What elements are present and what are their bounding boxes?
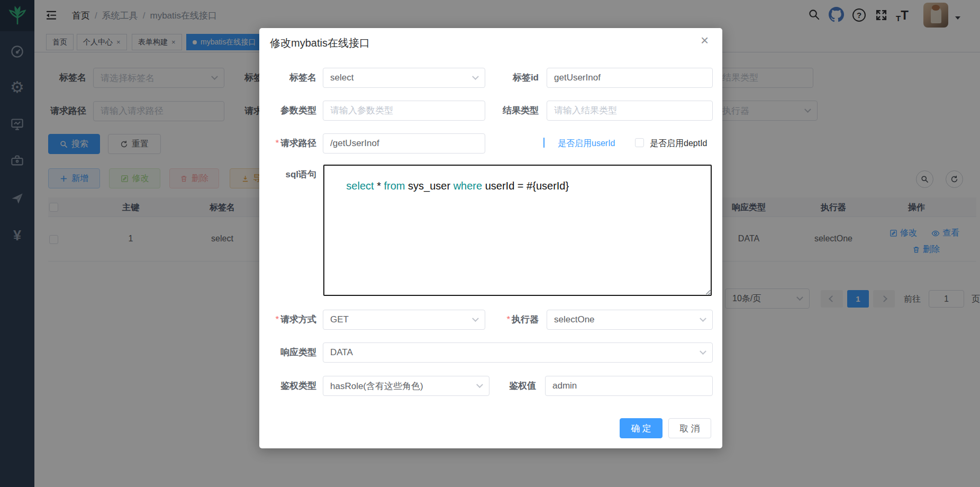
- confirm-button[interactable]: 确 定: [620, 418, 663, 438]
- result-type-input[interactable]: [547, 101, 713, 121]
- dialog-close-icon[interactable]: ×: [701, 34, 709, 46]
- required-mark: *: [275, 138, 279, 148]
- sql-keyword: where: [453, 180, 482, 192]
- chevron-down-icon: [700, 348, 706, 355]
- select-value: hasRole(含有这些角色): [330, 380, 423, 392]
- path-label: *请求路径: [259, 133, 316, 154]
- auth-value-label: 鉴权值: [479, 376, 536, 396]
- executor-label: *执行器: [482, 310, 539, 330]
- path-input[interactable]: [323, 133, 485, 154]
- edit-dialog: 修改mybatis在线接口 × 标签名 select 标签id 参数类型 结果类…: [259, 28, 722, 448]
- chevron-down-icon: [700, 315, 706, 322]
- chevron-down-icon: [472, 315, 479, 322]
- label-text: 执行器: [512, 314, 539, 324]
- required-mark: *: [506, 314, 510, 324]
- select-value: GET: [330, 314, 349, 325]
- required-mark: *: [275, 314, 279, 324]
- resp-type-label: 响应类型: [259, 342, 316, 363]
- param-type-label: 参数类型: [259, 101, 316, 121]
- method-select[interactable]: GET: [323, 310, 485, 330]
- enable-userid-checkbox[interactable]: [543, 138, 545, 148]
- result-type-label: 结果类型: [482, 101, 539, 121]
- sql-text: userId = #{userId}: [482, 180, 569, 192]
- select-value: selectOne: [554, 314, 595, 325]
- sql-keyword: select: [346, 180, 374, 192]
- sql-text: *: [374, 180, 384, 192]
- tag-name-label: 标签名: [259, 68, 316, 88]
- dialog-title: 修改mybatis在线接口: [270, 36, 370, 50]
- executor-select[interactable]: selectOne: [547, 310, 713, 330]
- tag-name-select[interactable]: select: [323, 68, 485, 88]
- sql-text: sys_user: [405, 180, 453, 192]
- sql-label: sql语句: [259, 165, 316, 185]
- auth-type-select[interactable]: hasRole(含有这些角色): [323, 376, 489, 396]
- param-type-input[interactable]: [323, 101, 485, 121]
- resp-type-select[interactable]: DATA: [323, 342, 713, 363]
- enable-deptid-checkbox[interactable]: [635, 138, 644, 147]
- method-label: *请求方式: [259, 310, 316, 330]
- app-root: ⚙ ¥ 首页 / 系统工具 / my: [0, 0, 980, 487]
- chevron-down-icon: [472, 73, 479, 80]
- select-value: DATA: [330, 347, 353, 358]
- enable-userid-label[interactable]: 是否启用userId: [558, 138, 615, 149]
- tag-id-input[interactable]: [547, 68, 713, 88]
- tag-id-label: 标签id: [482, 68, 539, 88]
- select-value: select: [330, 73, 353, 83]
- sql-editor[interactable]: select * from sys_user where userId = #{…: [323, 165, 712, 296]
- label-text: 请求方式: [280, 314, 316, 324]
- label-text: 请求路径: [280, 138, 316, 148]
- sql-keyword: from: [384, 180, 405, 192]
- auth-type-label: 鉴权类型: [259, 376, 316, 396]
- cancel-button[interactable]: 取 消: [668, 418, 711, 438]
- auth-value-input[interactable]: [545, 376, 713, 396]
- enable-deptid-label[interactable]: 是否启用deptId: [650, 138, 707, 149]
